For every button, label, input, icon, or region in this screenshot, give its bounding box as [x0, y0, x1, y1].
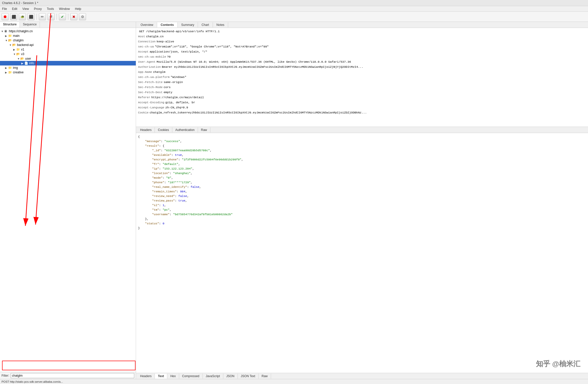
- menu-view[interactable]: View: [21, 7, 30, 11]
- validate-button[interactable]: ✔: [59, 13, 66, 20]
- subtab-raw[interactable]: Raw: [198, 127, 210, 132]
- status-bar: POST http://static-pcs-sdk-server.alibab…: [0, 379, 588, 384]
- watermark: 知乎 @柚米汇: [536, 359, 580, 369]
- right-top-tabs: Overview Contents Summary Chart Notes: [136, 22, 588, 28]
- tree-label-v1: v1: [21, 48, 24, 51]
- json-line-available: "available": true,: [138, 153, 586, 157]
- toolbar-sep-1: [37, 14, 37, 20]
- menu-proxy[interactable]: Proxy: [33, 7, 43, 11]
- tree-arrow-main: ▶: [5, 35, 8, 37]
- header-line-user-agent: User-Agent Mozilla/5.0 (Windows NT 10.0;…: [136, 59, 588, 64]
- json-line-username: "username": "bd75854776d342af8fb81eb0086…: [138, 212, 586, 217]
- tab-chart[interactable]: Chart: [198, 22, 213, 27]
- bottomtab-raw[interactable]: Raw: [259, 374, 271, 379]
- tab-sequence[interactable]: Sequence: [20, 22, 40, 28]
- tree-arrow-info: ▶: [21, 62, 24, 65]
- tab-overview[interactable]: Overview: [137, 22, 157, 27]
- tree-item-user[interactable]: ▼ 📂 user: [0, 56, 136, 61]
- bottomtab-json[interactable]: JSON: [223, 374, 238, 379]
- json-line-id: "_id": "63228077eaa98d28b5d5708c",: [138, 148, 586, 153]
- header-line-request: GET /chatglm/backend-api/v3/user/info HT…: [136, 29, 588, 34]
- status-text: POST http://static-pcs-sdk-server.alibab…: [2, 380, 63, 383]
- header-line-accept-encoding: Accept-Encoding gzip, deflate, br: [136, 100, 588, 105]
- tab-contents[interactable]: Contents: [157, 22, 178, 27]
- filter-input[interactable]: [11, 373, 134, 378]
- header-line-authorization: Authorization Bearer eyJhbGciOiJIUzI1NiI…: [136, 64, 588, 70]
- sub-tabs-request: Headers Cookies Authentication Raw: [136, 127, 588, 133]
- tree-item-root[interactable]: ▼ 🖥 https://chatglm.cn: [0, 29, 136, 34]
- clear-button[interactable]: ⬛: [27, 13, 35, 20]
- tree-container[interactable]: ▼ 🖥 https://chatglm.cn ▶ 📁 main ▼ 📂 chat…: [0, 28, 136, 372]
- menu-window[interactable]: Window: [58, 7, 71, 11]
- tools-button[interactable]: ✖: [70, 13, 77, 20]
- folder-icon-v3: 📂: [16, 52, 20, 56]
- bottom-tabs-bar: Headers Text Hex Compressed JavaScript J…: [136, 373, 588, 379]
- menu-help[interactable]: Help: [74, 7, 82, 11]
- header-line-accept: Accept application/json, text/plain, */*: [136, 49, 588, 54]
- folder-icon-img: 📁: [8, 66, 12, 70]
- json-line-encrypt-phone: "encrypt_phone": "1f3f6006d22fc5904f6e90…: [138, 157, 586, 162]
- subtab-cookies[interactable]: Cookies: [155, 127, 172, 132]
- tree-label-creative: creative: [13, 71, 24, 74]
- tree-label-main: main: [13, 34, 20, 38]
- bottomtab-hex[interactable]: Hex: [167, 374, 179, 379]
- tab-summary[interactable]: Summary: [178, 22, 198, 27]
- tree-label-user: user: [25, 57, 31, 60]
- settings-button[interactable]: ⚙: [79, 13, 86, 20]
- header-line-sec-ch-ua: sec-ch-ua "Chromium";v="118", "Google Ch…: [136, 44, 588, 49]
- tree-item-main[interactable]: ▶ 📁 main: [0, 34, 136, 38]
- tree-arrow-backend-api: ▼: [9, 44, 12, 46]
- tree-item-v3[interactable]: ▼ 📂 v3: [0, 52, 136, 56]
- tree-label-info: info: [29, 61, 34, 65]
- tree-label-v3: v3: [21, 52, 24, 56]
- bottomtab-json-text[interactable]: JSON Text: [238, 374, 259, 379]
- menu-tools[interactable]: Tools: [46, 7, 55, 11]
- title-text: Charles 4.6.2 - Session 1 *: [2, 1, 38, 5]
- bottomtab-compressed[interactable]: Compressed: [179, 374, 203, 379]
- tree-label-img: img: [13, 66, 18, 70]
- tree-item-chatglm[interactable]: ▼ 📂 chatglm: [0, 38, 136, 43]
- throttle-button[interactable]: 🐢: [19, 13, 26, 20]
- json-line-close: }: [138, 226, 586, 230]
- menu-edit[interactable]: Edit: [11, 7, 18, 11]
- response-area: { "message": "success", "result": { "_id…: [136, 133, 588, 373]
- json-line-message: "message": "success",: [138, 139, 586, 144]
- bottomtab-javascript[interactable]: JavaScript: [203, 374, 223, 379]
- tree-item-creative[interactable]: ▶ 📁 creative: [0, 70, 136, 75]
- tab-structure[interactable]: Structure: [0, 22, 20, 28]
- header-line-sec-ch-ua-platform: sec-ch-ua-platform "Windows": [136, 75, 588, 80]
- json-line-ip: "ip": "153.122.123.204",: [138, 166, 586, 171]
- filter-bar: Filter:: [0, 372, 136, 379]
- tree-arrow-v3: ▼: [13, 53, 16, 56]
- tree-item-backend-api[interactable]: ▼ 📂 backend-api: [0, 43, 136, 47]
- repeat-button[interactable]: ↺: [47, 13, 55, 20]
- stop-button[interactable]: ⬛: [10, 13, 17, 20]
- json-line-fr: "fr": "default",: [138, 162, 586, 166]
- file-icon-info: 📄: [24, 61, 28, 65]
- subtab-authentication[interactable]: Authentication: [172, 127, 198, 132]
- tab-notes[interactable]: Notes: [213, 22, 228, 27]
- json-line-open: {: [138, 135, 586, 139]
- json-line-tm: "tm": "pc",: [138, 208, 586, 212]
- bottomtab-text[interactable]: Text: [155, 374, 167, 379]
- toolbar-sep-2: [57, 14, 57, 20]
- folder-icon-main: 📁: [8, 34, 12, 38]
- json-line-result-open: "result": {: [138, 144, 586, 148]
- title-bar: Charles 4.6.2 - Session 1 *: [0, 0, 588, 6]
- tree-item-img[interactable]: ▶ 📁 img: [0, 65, 136, 70]
- folder-icon-backend-api: 📂: [12, 43, 16, 47]
- tree-item-info[interactable]: ▶ 📄 info: [0, 61, 136, 65]
- bottomtab-headers[interactable]: Headers: [137, 374, 155, 379]
- record-button[interactable]: ⏺: [2, 13, 9, 20]
- toolbar-sep-3: [68, 14, 68, 20]
- json-line-remain-times: "remain_times": 984,: [138, 189, 586, 194]
- subtab-headers[interactable]: Headers: [137, 127, 155, 132]
- json-line-status: "status": 0: [138, 221, 586, 226]
- menu-file[interactable]: File: [1, 7, 8, 11]
- tree-item-v1[interactable]: ▶ 📁 v1: [0, 47, 136, 52]
- compose-button[interactable]: ✏: [39, 13, 46, 20]
- tree-label-chatglm: chatglm: [13, 39, 24, 42]
- root-icon: 🖥: [4, 29, 8, 33]
- folder-icon-user: 📂: [20, 57, 24, 60]
- folder-icon-v1: 📁: [16, 48, 20, 51]
